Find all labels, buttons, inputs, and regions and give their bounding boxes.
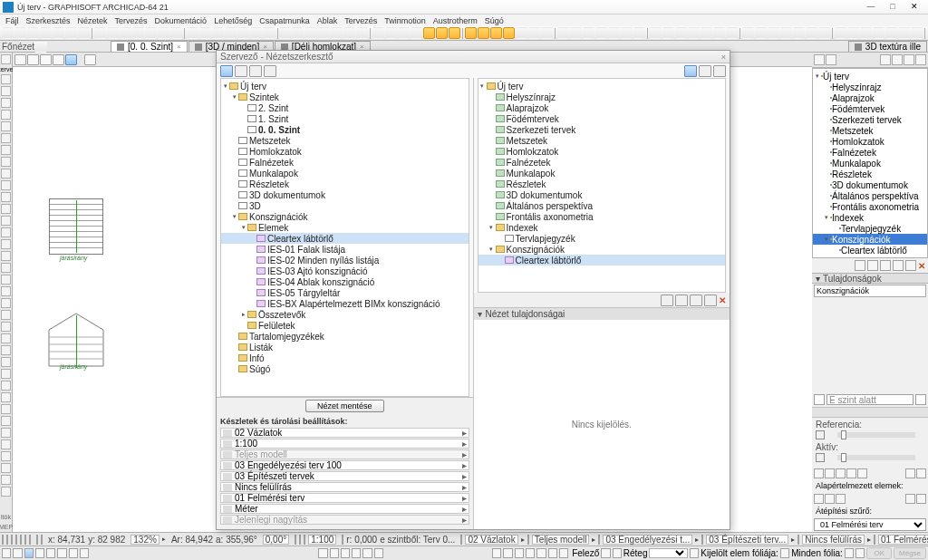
- ref-btn[interactable]: [877, 408, 886, 417]
- toolbar-button[interactable]: [212, 27, 224, 39]
- tree-row[interactable]: Metszetek: [478, 135, 726, 146]
- toolbar-button[interactable]: [385, 27, 397, 39]
- tree-row[interactable]: Alaprajzok: [813, 92, 927, 103]
- toolbar-button[interactable]: [279, 27, 291, 39]
- menu-item[interactable]: Twinmotion: [381, 16, 430, 25]
- sb-btn[interactable]: [24, 535, 26, 545]
- menu-item[interactable]: Austrotherm: [430, 16, 481, 25]
- toolbar-button[interactable]: [14, 27, 26, 39]
- tree-row[interactable]: Részletek: [221, 179, 469, 189]
- def-btn[interactable]: [814, 494, 824, 504]
- rsb-btn[interactable]: [826, 54, 836, 65]
- organizer-right-tree[interactable]: ▾Új tervHelyszínrajzAlaprajzokFödémterve…: [478, 78, 727, 293]
- toolbar-button[interactable]: [860, 27, 872, 39]
- below-level-field[interactable]: E szint alatt: [826, 394, 914, 405]
- mini-tool-btn[interactable]: [846, 468, 856, 478]
- tree-row[interactable]: Födémtervek: [478, 113, 726, 124]
- tool-button[interactable]: [1, 428, 11, 438]
- sb-btn[interactable]: [330, 548, 339, 558]
- sb-btn[interactable]: [374, 548, 383, 558]
- toolbar-button[interactable]: [847, 27, 859, 39]
- toolbar-button[interactable]: [2, 27, 14, 39]
- menu-item[interactable]: Dokumentáció: [151, 16, 211, 25]
- tree-row[interactable]: Metszetek: [813, 125, 927, 136]
- toolbar-button[interactable]: [557, 27, 569, 39]
- sb-btn[interactable]: [352, 548, 361, 558]
- sb-btn[interactable]: [613, 548, 622, 558]
- sb-btn[interactable]: [20, 535, 22, 545]
- ref-btn[interactable]: [897, 408, 906, 417]
- toolbar-button[interactable]: [107, 27, 119, 39]
- mini-btn[interactable]: [53, 54, 64, 65]
- toolbar-button[interactable]: [898, 27, 910, 39]
- sb-btn[interactable]: [690, 548, 699, 558]
- tool-button[interactable]: [1, 263, 11, 273]
- tree-row[interactable]: 3D dokumentumok: [221, 189, 469, 200]
- toolbar-button[interactable]: [449, 27, 460, 39]
- org-tb-btn[interactable]: [699, 65, 711, 77]
- tree-row[interactable]: IES-05 Tárgyleltár: [221, 287, 469, 298]
- toolbar-button[interactable]: [292, 27, 304, 39]
- settings-row[interactable]: Nincs felülírás▸: [220, 482, 469, 492]
- save-view-button[interactable]: Nézet mentése: [305, 400, 384, 412]
- tree-row[interactable]: 0. 0. Szint: [221, 124, 469, 135]
- tree-row[interactable]: ▾Szintek: [221, 92, 469, 102]
- zoom-display[interactable]: 132%: [130, 535, 160, 545]
- toolbar-button[interactable]: [436, 27, 448, 39]
- mini-tool-btn[interactable]: [825, 468, 835, 478]
- survey-field[interactable]: 01 Felmérési terv: [878, 535, 928, 545]
- org-tb-btn[interactable]: [684, 65, 697, 77]
- org-delete-icon[interactable]: ✕: [719, 295, 726, 305]
- ref-btn[interactable]: [907, 408, 916, 417]
- sb-btn[interactable]: [362, 548, 372, 558]
- tool-button[interactable]: [1, 487, 11, 497]
- tree-row[interactable]: IES-01 Falak listája: [221, 244, 469, 255]
- ref-slider-thumb[interactable]: [841, 430, 846, 439]
- toolbar-button[interactable]: [372, 27, 384, 39]
- tool-button[interactable]: [1, 404, 11, 414]
- mini-btn[interactable]: [40, 54, 52, 65]
- navigator-tree[interactable]: ▾Új tervHelyszínrajzAlaprajzokFödémterve…: [812, 68, 928, 258]
- tool-button[interactable]: [1, 133, 11, 143]
- toolbar-button[interactable]: [398, 27, 410, 39]
- settings-row[interactable]: Teljes modell▸: [220, 449, 469, 459]
- toolbar-button[interactable]: [318, 27, 330, 39]
- sb-btn[interactable]: [35, 548, 44, 558]
- def-btn[interactable]: [905, 494, 915, 504]
- sb-btn[interactable]: [856, 548, 865, 558]
- sb-btn[interactable]: [299, 535, 301, 545]
- sb-btn[interactable]: [6, 535, 8, 545]
- sb-btn[interactable]: [57, 548, 66, 558]
- tree-row[interactable]: Homlokzatok: [478, 146, 726, 157]
- org-bot-btn[interactable]: [704, 294, 717, 306]
- tree-row[interactable]: 1. Szint: [221, 113, 469, 124]
- delete-icon[interactable]: ✕: [918, 261, 925, 271]
- menu-item[interactable]: Fájl: [2, 16, 23, 25]
- tool-button[interactable]: [1, 204, 11, 214]
- tree-row[interactable]: Részletek: [478, 179, 726, 189]
- tree-row[interactable]: ▾Elemek: [221, 222, 469, 233]
- toolbar-button[interactable]: [199, 27, 211, 39]
- toolbar-button[interactable]: [27, 27, 39, 39]
- model-field[interactable]: Teljes modell: [532, 535, 590, 545]
- tree-row[interactable]: Alaprajzok: [478, 102, 726, 113]
- mini-btn[interactable]: [65, 54, 77, 65]
- toolbar-button[interactable]: [187, 27, 198, 39]
- sb-btn[interactable]: [2, 535, 4, 545]
- toolbar-button[interactable]: [595, 27, 607, 39]
- sb-btn[interactable]: [780, 548, 789, 558]
- def-btn[interactable]: [916, 494, 926, 504]
- tool-button[interactable]: [1, 216, 11, 226]
- tree-row[interactable]: 3D dokumentumok: [478, 189, 726, 200]
- tree-row[interactable]: Cleartex lábtörlő: [221, 233, 469, 244]
- toolbar-button[interactable]: [158, 27, 169, 39]
- toolbar-button[interactable]: [343, 27, 355, 39]
- tab-close-icon[interactable]: ×: [177, 43, 181, 51]
- toolbar-button[interactable]: [541, 27, 553, 39]
- tool-button[interactable]: [1, 227, 11, 237]
- tree-row[interactable]: Tervlapjegyzék: [478, 233, 726, 244]
- tree-row[interactable]: 2. Szint: [221, 102, 469, 113]
- sb-btn[interactable]: [460, 535, 462, 545]
- tool-button[interactable]: [1, 145, 11, 155]
- close-button[interactable]: ✕: [904, 1, 925, 14]
